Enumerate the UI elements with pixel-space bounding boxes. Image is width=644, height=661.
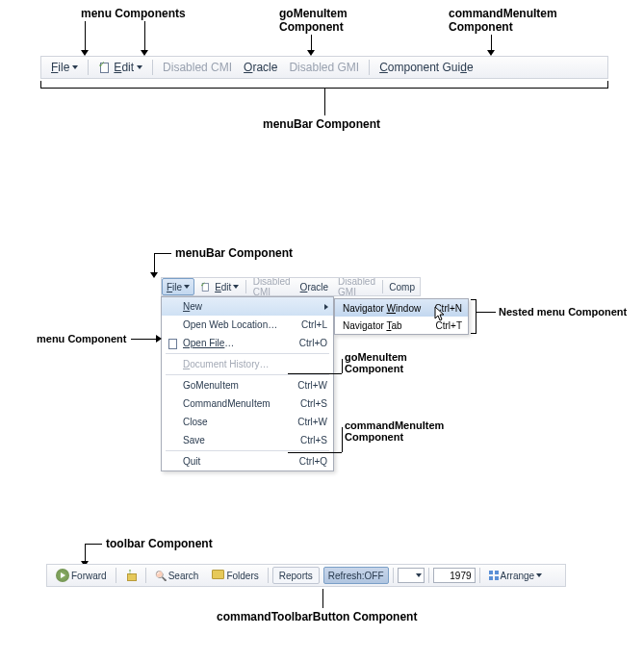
label-command-menu-item-component: commandMenuItem Component xyxy=(449,7,557,34)
submenu-label: Navigator Window xyxy=(343,303,421,314)
shortcut: Ctrl+L xyxy=(301,319,327,330)
dropdown-item-open-web[interactable]: Open Web Location… Ctrl+L xyxy=(162,316,333,334)
toolbar-label: Refresh:OFF xyxy=(328,571,384,581)
caret-down-icon xyxy=(416,573,422,577)
submenu-new: Navigator Window Ctrl+N Navigator Tab Ct… xyxy=(334,298,469,335)
menu-file[interactable]: File xyxy=(45,57,84,78)
label-menu-component: menu Component xyxy=(37,333,127,344)
grid-icon xyxy=(489,571,499,580)
toolbar-refresh[interactable]: Refresh:OFF xyxy=(323,567,389,584)
toolbar-up[interactable] xyxy=(120,567,142,584)
caret-down-icon xyxy=(137,65,142,69)
toolbar-arrange[interactable]: Arrange xyxy=(484,567,548,584)
annotation-line xyxy=(324,89,325,115)
menu-label: Edit xyxy=(215,282,231,292)
menu-label: Edit xyxy=(114,61,134,74)
annotation-line xyxy=(322,589,323,608)
menu-edit[interactable]: Edit xyxy=(92,57,148,78)
menu-disabled-gmi: Disabled GMI xyxy=(283,57,365,78)
menu-label: Disabled GMI xyxy=(338,277,375,296)
dropdown-label: New xyxy=(183,301,202,312)
dropdown-label: Quit xyxy=(183,456,200,467)
dropdown-label: Document History… xyxy=(183,359,269,369)
label-menubar-component-2: menuBar Component xyxy=(175,246,293,260)
menu-edit-2[interactable]: Edit xyxy=(194,278,244,295)
dropdown-file: New Open Web Location… Ctrl+L Open File…… xyxy=(161,296,334,471)
toolbar-dropdown[interactable] xyxy=(398,568,425,583)
annotation-line xyxy=(288,452,342,453)
menu-label: Oracle xyxy=(244,61,277,74)
annotation-line xyxy=(342,359,343,373)
folder-icon xyxy=(212,570,224,581)
label-menubar-component: menuBar Component xyxy=(263,117,380,131)
edit-icon xyxy=(98,62,110,73)
menu-label: Disabled CMI xyxy=(253,277,291,296)
menu-label: Disabled GMI xyxy=(289,61,359,74)
toolbar-search[interactable]: Search xyxy=(150,567,204,584)
dropdown-item-gomenuitem[interactable]: GoMenuItem Ctrl+W xyxy=(162,376,333,394)
toolbar: Forward Search Folders Reports Refresh:O… xyxy=(46,564,566,587)
toolbar-label: Arrange xyxy=(501,571,535,581)
annotation-line xyxy=(131,339,158,340)
shortcut: Ctrl+S xyxy=(300,398,327,409)
annotation-arrowhead xyxy=(156,335,162,343)
annotation-bracket xyxy=(40,81,608,89)
dropdown-item-quit[interactable]: Quit Ctrl+Q xyxy=(162,452,333,470)
toolbar-label: Forward xyxy=(71,571,107,581)
annotation-line xyxy=(342,427,343,452)
toolbar-label: Reports xyxy=(279,571,313,581)
submenu-item-nav-window[interactable]: Navigator Window Ctrl+N xyxy=(335,299,468,317)
separator xyxy=(393,568,394,583)
menu-label: Disabled CMI xyxy=(163,61,232,74)
dropdown-label: Save xyxy=(183,435,205,445)
annotation-line xyxy=(85,544,102,545)
shortcut: Ctrl+O xyxy=(299,338,327,348)
menu-component-guide[interactable]: Component Guide xyxy=(374,57,478,78)
separator xyxy=(166,374,329,375)
menu-oracle[interactable]: Oracle xyxy=(238,57,283,78)
toolbar-year-input[interactable] xyxy=(433,568,476,583)
caret-down-icon xyxy=(536,573,542,577)
menu-disabled-gmi-2: Disabled GMI xyxy=(333,278,380,295)
folder-up-icon xyxy=(125,570,137,581)
shortcut: Ctrl+W xyxy=(297,417,327,427)
edit-icon xyxy=(200,282,210,292)
separator xyxy=(369,60,370,75)
separator xyxy=(268,568,269,583)
dropdown-item-commandmenuitem[interactable]: CommandMenuItem Ctrl+S xyxy=(162,394,333,413)
annotation-line xyxy=(311,35,312,50)
label-toolbar-component: toolbar Component xyxy=(106,537,213,550)
menu-label: Component Guide xyxy=(379,61,473,74)
annotation-line xyxy=(144,21,145,50)
dropdown-label: GoMenuItem xyxy=(183,380,239,391)
toolbar-folders[interactable]: Folders xyxy=(207,567,263,584)
dropdown-item-open-file[interactable]: Open File… Ctrl+O xyxy=(162,334,333,352)
separator xyxy=(479,568,480,583)
label-go-menu-item-component-2: goMenuItem Component xyxy=(345,351,407,374)
separator xyxy=(145,568,146,583)
dropdown-item-doc-history: Document History… xyxy=(162,355,333,373)
dropdown-item-new[interactable]: New xyxy=(162,297,333,316)
submenu-item-nav-tab[interactable]: Navigator Tab Ctrl+T xyxy=(335,317,468,334)
menu-file-active[interactable]: File xyxy=(162,278,194,295)
menubar: File Edit Disabled CMI Oracle Disabled G… xyxy=(40,56,608,79)
menu-oracle-2[interactable]: Oracle xyxy=(296,278,333,295)
menu-label: File xyxy=(167,282,182,292)
caret-down-icon xyxy=(233,285,239,289)
annotation-line xyxy=(85,544,86,563)
annotation-line xyxy=(85,21,86,50)
dropdown-item-save[interactable]: Save Ctrl+S xyxy=(162,431,333,449)
annotation-line xyxy=(154,253,171,254)
label-menu-components: menu Components xyxy=(81,7,186,20)
menu-disabled-cmi-2: Disabled CMI xyxy=(248,278,296,295)
dropdown-label: Open File… xyxy=(183,338,234,348)
toolbar-forward[interactable]: Forward xyxy=(51,567,112,584)
toolbar-reports[interactable]: Reports xyxy=(272,567,320,584)
separator xyxy=(116,568,116,583)
dropdown-label: CommandMenuItem xyxy=(183,398,270,409)
label-nested-menu-component: Nested menu Component xyxy=(499,306,627,318)
menu-comp[interactable]: Comp xyxy=(384,278,420,295)
menubar-2: File Edit Disabled CMI Oracle Disabled G… xyxy=(161,277,421,296)
dropdown-item-close[interactable]: Close Ctrl+W xyxy=(162,413,333,431)
menu-label: Oracle xyxy=(300,282,328,292)
